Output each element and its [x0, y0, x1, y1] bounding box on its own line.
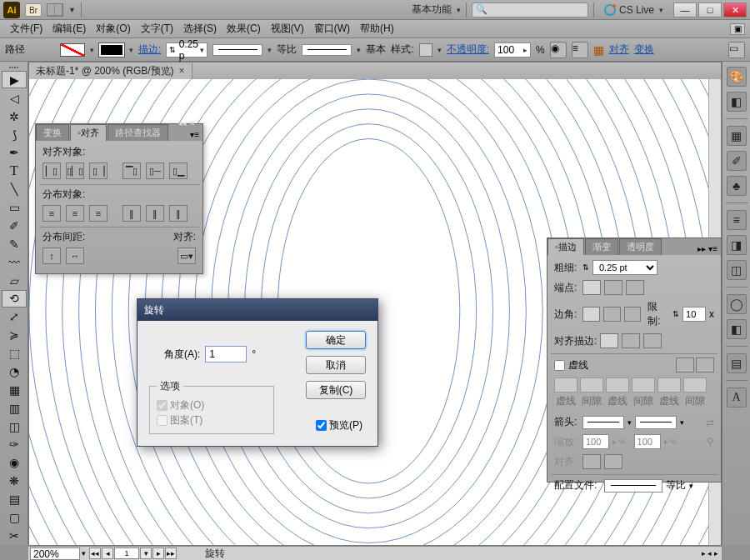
menu-effect[interactable]: 效果(C) [222, 22, 266, 36]
mesh-tool[interactable]: ▥ [2, 399, 27, 417]
panel-collapse-icon[interactable]: ◂◂ ✕ [178, 119, 196, 128]
dist-bottom-button[interactable]: ≡ [89, 205, 108, 222]
fill-swatch[interactable] [60, 43, 85, 57]
cap-square-button[interactable] [626, 280, 644, 295]
align-to-button[interactable]: ▭▾ [178, 248, 196, 264]
pen-tool[interactable]: ✒ [2, 144, 27, 162]
free-transform-tool[interactable]: ⬚ [2, 345, 27, 362]
recolor-button[interactable]: ◉ [550, 42, 567, 58]
paintbrush-tool[interactable]: ✐ [2, 217, 27, 234]
toolbox-grip[interactable] [0, 63, 28, 71]
menu-edit[interactable]: 编辑(E) [48, 22, 91, 36]
align-right-button[interactable]: ▯▕ [89, 162, 108, 179]
menu-help[interactable]: 帮助(H) [355, 22, 399, 36]
opacity-link[interactable]: 不透明度: [447, 42, 489, 57]
perspective-tool[interactable]: ▦ [2, 381, 27, 398]
gap-input[interactable] [580, 378, 603, 392]
menu-view[interactable]: 视图(V) [266, 22, 309, 36]
transform-link[interactable]: 变换 [634, 42, 654, 57]
document-tab[interactable]: 未标题-1* @ 200% (RGB/预览) × [29, 62, 192, 79]
transparency-panel-icon[interactable]: ◫ [727, 260, 747, 280]
dash-align-button[interactable] [676, 358, 694, 372]
dist-hcenter-button[interactable]: ‖ [146, 205, 164, 222]
align-hcenter-button[interactable]: ▯▏▯ [66, 162, 84, 179]
dash-align-button2[interactable] [696, 358, 714, 372]
blend-tool[interactable]: ◉ [2, 454, 27, 472]
artboard-number[interactable]: 1 [114, 548, 139, 559]
graphic-styles-icon[interactable]: ◧ [727, 319, 747, 339]
dist-space-h-button[interactable]: ↔ [66, 248, 84, 264]
color-guide-icon[interactable]: ◧ [727, 92, 747, 112]
join-round-button[interactable] [603, 307, 621, 322]
close-tab-icon[interactable]: × [179, 65, 185, 77]
dropdown-icon[interactable]: ▾ [457, 6, 461, 14]
workspace-switcher[interactable]: 基本功能 [412, 2, 452, 17]
line-tool[interactable]: ╲ [2, 181, 27, 198]
tab-transform[interactable]: 变换 [36, 124, 69, 141]
profile-preview[interactable] [212, 44, 262, 56]
align-stroke-center-button[interactable] [600, 333, 618, 348]
cancel-button[interactable]: 取消 [306, 356, 366, 374]
bridge-button[interactable]: Br [25, 3, 42, 17]
profile-select[interactable] [604, 479, 662, 492]
align-stroke-inside-button[interactable] [622, 333, 640, 348]
arrange-icon[interactable] [47, 3, 63, 17]
panel-menu-icon[interactable]: ▸▸ ▾≡ [694, 242, 721, 255]
gap-input[interactable] [683, 378, 707, 392]
dropdown-icon[interactable]: ▼ [68, 6, 76, 14]
slice-tool[interactable]: ✂ [2, 527, 27, 544]
align-stroke-outside-button[interactable] [643, 333, 662, 348]
character-panel-icon[interactable]: A [727, 388, 747, 408]
panel-toggle-button[interactable]: ▭ [728, 42, 745, 58]
direct-selection-tool[interactable]: ◁ [2, 89, 27, 107]
dash-input[interactable] [606, 378, 629, 392]
magic-wand-tool[interactable]: ✲ [2, 108, 27, 125]
align-top-button[interactable]: ▔▯ [122, 162, 141, 179]
arrow-scale-start[interactable] [582, 434, 609, 449]
align-bottom-button[interactable]: ▯▁ [169, 162, 188, 179]
preview-checkbox[interactable]: 预览(P) [316, 418, 362, 432]
style-swatch[interactable] [419, 43, 432, 57]
rectangle-tool[interactable]: ▭ [2, 199, 27, 217]
cs-live-button[interactable]: CS Live▾ [604, 4, 663, 16]
link-scale-icon[interactable]: ⚲ [707, 436, 714, 448]
menu-type[interactable]: 文字(T) [136, 22, 178, 36]
stroke-weight-input[interactable]: ⇅ 0.25 p▾ [166, 42, 208, 58]
maximize-button[interactable]: □ [698, 2, 722, 18]
arrow-align-button2[interactable] [604, 454, 622, 469]
tab-pathfinder[interactable]: 路径查找器 [108, 124, 168, 141]
graph-tool[interactable]: ▤ [2, 491, 27, 508]
miter-limit-input[interactable] [682, 307, 706, 322]
artboard-tool[interactable]: ▢ [2, 508, 27, 526]
dist-top-button[interactable]: ≡ [42, 205, 61, 222]
dist-space-v-button[interactable]: ↕ [42, 248, 61, 264]
scale-tool[interactable]: ⤢ [2, 308, 27, 326]
collapse-button[interactable]: ▣ [730, 23, 745, 35]
gradient-tool[interactable]: ◫ [2, 418, 27, 435]
rotate-tool[interactable]: ⟲ [2, 290, 27, 308]
pencil-tool[interactable]: ✎ [2, 235, 27, 252]
arrow-start-select[interactable] [582, 416, 624, 429]
tab-transparency[interactable]: 透明度 [619, 238, 662, 255]
ok-button[interactable]: 确定 [306, 331, 366, 349]
tab-stroke[interactable]: ◦描边 [548, 238, 584, 255]
arrow-align-button1[interactable] [582, 454, 601, 469]
patterns-checkbox[interactable]: 图案(T) [157, 413, 202, 428]
dist-left-button[interactable]: ‖ [122, 205, 141, 222]
arrow-end-select[interactable] [635, 416, 677, 429]
cap-butt-button[interactable] [582, 280, 601, 295]
shape-builder-tool[interactable]: ◔ [2, 362, 27, 380]
dash-input[interactable] [658, 378, 681, 392]
copy-button[interactable]: 复制(C) [306, 381, 366, 399]
opacity-input[interactable]: 100▸ [494, 42, 531, 58]
cap-round-button[interactable] [604, 280, 622, 295]
blob-brush-tool[interactable]: 〰 [2, 253, 27, 271]
align-vcenter-button[interactable]: ▯─ [146, 162, 164, 179]
first-artboard-button[interactable]: ◂◂ [89, 548, 101, 559]
eraser-tool[interactable]: ▱ [2, 272, 27, 289]
gap-input[interactable] [632, 378, 655, 392]
layers-panel-icon[interactable]: ▤ [727, 353, 747, 373]
width-tool[interactable]: ≽ [2, 327, 27, 344]
dist-right-button[interactable]: ‖ [169, 205, 188, 222]
panel-menu-icon[interactable]: ▾≡ [187, 128, 202, 141]
